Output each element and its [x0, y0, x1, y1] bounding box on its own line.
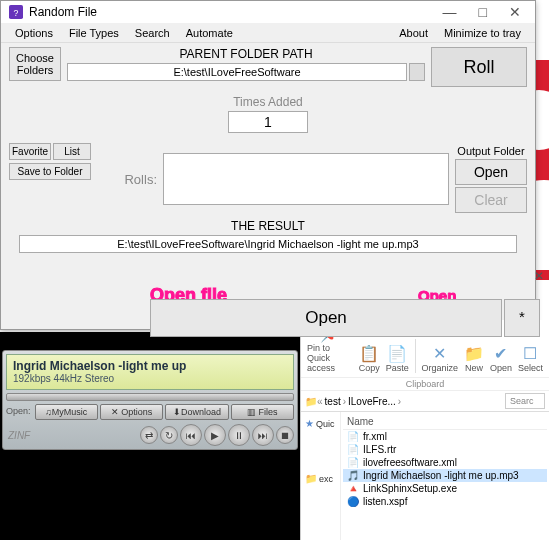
save-folder-button[interactable]: Save to Folder: [9, 163, 91, 180]
organize-button[interactable]: ✕Organize: [421, 344, 458, 373]
rolls-list: [163, 153, 449, 205]
file-icon: 🔺: [347, 483, 359, 494]
favorite-button[interactable]: Favorite: [9, 143, 51, 160]
explorer-sidebar: ★Quic 📁exc: [301, 412, 341, 540]
close-icon[interactable]: ✕: [534, 269, 544, 283]
ribbon-section-label: Clipboard: [301, 378, 549, 391]
breadcrumb[interactable]: 📁 « test › ILoveFre... › Searc: [301, 391, 549, 412]
rolls-label: Rolls:: [97, 172, 157, 187]
prev-button[interactable]: ⏮: [180, 424, 202, 446]
next-button[interactable]: ⏭: [252, 424, 274, 446]
menubar: Options File Types Search Automate About…: [1, 23, 535, 43]
choose-folders-button[interactable]: Choose Folders: [9, 47, 61, 81]
file-explorer: 📌Pin to Quick access 📋Copy 📄Paste ✕Organ…: [300, 320, 549, 540]
parent-path-label: PARENT FOLDER PATH: [179, 47, 312, 61]
file-name: Ingrid Michaelson -light me up.mp3: [363, 470, 519, 481]
menu-minimize-tray[interactable]: Minimize to tray: [436, 25, 529, 41]
close-button[interactable]: ✕: [503, 4, 527, 20]
menu-search[interactable]: Search: [127, 25, 178, 41]
clear-button[interactable]: Clear: [455, 187, 527, 213]
file-name: ILFS.rtr: [363, 444, 396, 455]
nav-item[interactable]: 📁exc: [303, 471, 338, 486]
times-added-label: Times Added: [9, 95, 527, 109]
window-title: Random File: [29, 5, 97, 19]
file-icon: 📄: [347, 457, 359, 468]
file-row[interactable]: 📄ilovefreesoftware.xml: [343, 456, 547, 469]
copy-button[interactable]: 📋Copy: [359, 344, 380, 373]
app-icon: ?: [9, 5, 23, 19]
files-button[interactable]: ▥ Files: [231, 404, 294, 420]
file-icon: 📄: [347, 444, 359, 455]
menu-options[interactable]: Options: [7, 25, 61, 41]
file-icon: 📄: [347, 431, 359, 442]
file-row[interactable]: 🔵listen.xspf: [343, 495, 547, 508]
open-output-button[interactable]: Open: [455, 159, 527, 185]
file-icon: 🎵: [347, 470, 359, 481]
player-brand: ZINF: [6, 430, 30, 441]
repeat-button[interactable]: ↻: [160, 426, 178, 444]
menu-automate[interactable]: Automate: [178, 25, 241, 41]
file-row[interactable]: 📄fr.xml: [343, 430, 547, 443]
stop-button[interactable]: ⏹: [276, 426, 294, 444]
open-label: Open:: [6, 404, 33, 420]
menu-filetypes[interactable]: File Types: [61, 25, 127, 41]
parent-path-field[interactable]: E:\test\ILoveFreeSoftware: [67, 63, 407, 81]
result-field[interactable]: E:\test\ILoveFreeSoftware\Ingrid Michael…: [19, 235, 517, 253]
list-button[interactable]: List: [53, 143, 91, 160]
file-name: LinkSphinxSetup.exe: [363, 483, 457, 494]
titlebar: ? Random File — □ ✕: [1, 1, 535, 23]
output-folder-label: Output Folder: [455, 145, 527, 157]
column-name[interactable]: Name: [343, 414, 547, 430]
browse-button[interactable]: [409, 63, 425, 81]
minimize-button[interactable]: —: [437, 4, 463, 20]
player-options-button[interactable]: ✕ Options: [100, 404, 163, 420]
result-label: THE RESULT: [9, 219, 527, 233]
mymusic-button[interactable]: ♫MyMusic: [35, 404, 98, 420]
player-display: Ingrid Michaelson -light me up 192kbps 4…: [6, 354, 294, 390]
file-row[interactable]: 🎵Ingrid Michaelson -light me up.mp3: [343, 469, 547, 482]
play-button[interactable]: ▶: [204, 424, 226, 446]
media-player: Ingrid Michaelson -light me up 192kbps 4…: [0, 332, 310, 540]
track-name: Ingrid Michaelson -light me up: [13, 359, 287, 373]
new-button[interactable]: 📁New: [464, 344, 484, 373]
svg-text:?: ?: [14, 8, 19, 18]
times-added-value: 1: [228, 111, 308, 133]
file-name: listen.xspf: [363, 496, 407, 507]
pause-button[interactable]: ⏸: [228, 424, 250, 446]
track-info: 192kbps 44kHz Stereo: [13, 373, 287, 384]
random-file-window: ? Random File — □ ✕ Options File Types S…: [0, 0, 536, 330]
download-button[interactable]: ⬇Download: [165, 404, 228, 420]
paste-button[interactable]: 📄Paste: [386, 344, 409, 373]
nav-quick-access[interactable]: ★Quic: [303, 416, 338, 431]
select-button[interactable]: ☐Select: [518, 344, 543, 373]
seek-bar[interactable]: [6, 393, 294, 401]
open-containing-folder-button[interactable]: *: [504, 299, 540, 337]
search-input[interactable]: Searc: [505, 393, 545, 409]
open-tool-button[interactable]: ✔Open: [490, 344, 512, 373]
shuffle-button[interactable]: ⇄: [140, 426, 158, 444]
open-result-button[interactable]: Open: [150, 299, 502, 337]
menu-about[interactable]: About: [391, 25, 436, 41]
file-list: Name 📄fr.xml📄ILFS.rtr📄ilovefreesoftware.…: [341, 412, 549, 540]
roll-button[interactable]: Roll: [431, 47, 527, 87]
file-icon: 🔵: [347, 496, 359, 507]
file-name: fr.xml: [363, 431, 387, 442]
file-row[interactable]: 🔺LinkSphinxSetup.exe: [343, 482, 547, 495]
file-row[interactable]: 📄ILFS.rtr: [343, 443, 547, 456]
file-name: ilovefreesoftware.xml: [363, 457, 457, 468]
maximize-button[interactable]: □: [473, 4, 493, 20]
